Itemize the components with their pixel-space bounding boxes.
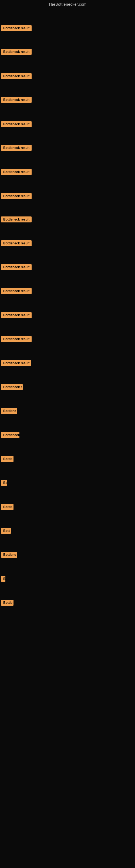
bottleneck-badge-9[interactable]: Bottleneck result: [1, 216, 32, 222]
bottleneck-badge-17[interactable]: Bottlene: [1, 408, 17, 414]
bottleneck-badge-5[interactable]: Bottleneck result: [1, 121, 32, 127]
bottleneck-badge-15[interactable]: Bottleneck result: [1, 360, 31, 366]
bottleneck-badge-8[interactable]: Bottleneck result: [1, 193, 32, 199]
result-row-6: Bottleneck result: [1, 145, 32, 152]
result-row-11: Bottleneck result: [1, 264, 32, 271]
bottleneck-badge-19[interactable]: Bottle: [1, 456, 13, 462]
result-row-9: Bottleneck result: [1, 216, 32, 223]
result-row-14: Bottleneck result: [1, 336, 32, 343]
result-row-7: Bottleneck result: [1, 169, 32, 176]
bottleneck-badge-7[interactable]: Bottleneck result: [1, 169, 32, 175]
bottleneck-badge-14[interactable]: Bottleneck result: [1, 336, 32, 342]
bottleneck-badge-25[interactable]: Bottle: [1, 600, 13, 606]
bottleneck-badge-4[interactable]: Bottleneck result: [1, 97, 32, 103]
bottleneck-badge-22[interactable]: Bott: [1, 528, 11, 534]
result-row-5: Bottleneck result: [1, 121, 32, 128]
bottleneck-badge-16[interactable]: Bottleneck r: [1, 384, 23, 390]
result-row-1: Bottleneck result: [1, 25, 32, 32]
result-row-4: Bottleneck result: [1, 97, 32, 104]
bottleneck-badge-24[interactable]: B: [1, 576, 5, 582]
result-row-13: Bottleneck result: [1, 312, 32, 319]
result-row-19: Bottle: [1, 456, 13, 463]
bottleneck-badge-12[interactable]: Bottleneck result: [1, 288, 32, 294]
bottleneck-badge-11[interactable]: Bottleneck result: [1, 264, 32, 270]
result-row-17: Bottlene: [1, 408, 17, 415]
result-row-21: Bottle: [1, 504, 13, 511]
result-row-15: Bottleneck result: [1, 360, 31, 367]
result-row-25: Bottle: [1, 600, 13, 607]
result-row-12: Bottleneck result: [1, 288, 32, 295]
site-title: TheBottlenecker.com: [0, 0, 135, 10]
bottleneck-badge-10[interactable]: Bottleneck result: [1, 240, 32, 246]
bottleneck-badge-2[interactable]: Bottleneck result: [1, 49, 32, 55]
bottleneck-badge-20[interactable]: Bo: [1, 480, 7, 486]
result-row-18: Bottleneck: [1, 432, 19, 439]
result-row-24: B: [1, 576, 5, 583]
bottleneck-badge-13[interactable]: Bottleneck result: [1, 312, 32, 318]
result-row-23: Bottlene: [1, 552, 17, 559]
bottleneck-badge-3[interactable]: Bottleneck result: [1, 73, 32, 79]
result-row-3: Bottleneck result: [1, 73, 32, 80]
bottleneck-badge-6[interactable]: Bottleneck result: [1, 145, 32, 151]
bottleneck-badge-1[interactable]: Bottleneck result: [1, 25, 32, 31]
bottleneck-badge-18[interactable]: Bottleneck: [1, 432, 19, 438]
result-row-22: Bott: [1, 528, 11, 535]
result-row-8: Bottleneck result: [1, 193, 32, 200]
result-row-16: Bottleneck r: [1, 384, 23, 391]
bottleneck-badge-21[interactable]: Bottle: [1, 504, 13, 510]
result-row-20: Bo: [1, 480, 7, 487]
result-row-10: Bottleneck result: [1, 240, 32, 247]
result-row-2: Bottleneck result: [1, 49, 32, 56]
bottleneck-badge-23[interactable]: Bottlene: [1, 552, 17, 558]
